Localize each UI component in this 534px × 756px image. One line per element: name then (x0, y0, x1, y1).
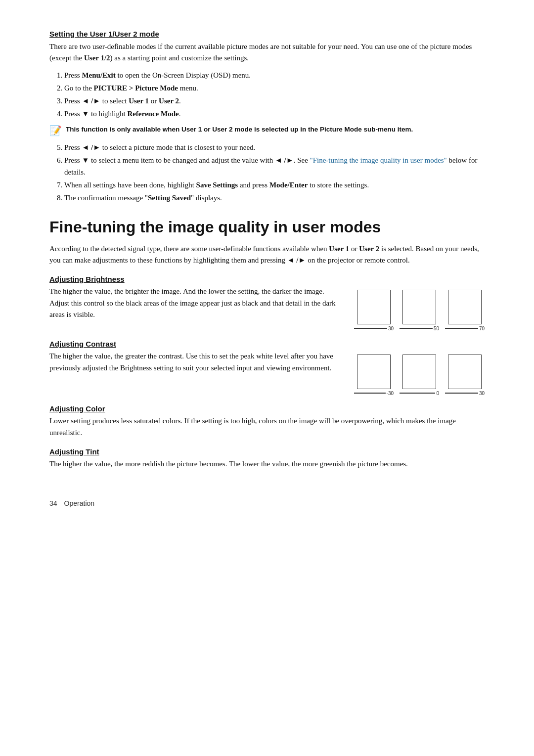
brightness-text-col: The higher the value, the brighter the i… (49, 286, 339, 325)
mode-enter-bold: Mode/Enter (269, 181, 308, 189)
user1-bold: User 1 (129, 97, 149, 105)
arrow-lr-bold-1: ◄ /► (82, 97, 100, 105)
setting-heading: Setting the User 1/User 2 mode (49, 30, 485, 38)
note-text: This function is only available when Use… (66, 125, 413, 134)
contrast-content: The higher the value, the greater the co… (49, 351, 485, 396)
brightness-section: Adjusting Brightness The higher the valu… (49, 275, 485, 331)
contrast-slider-3: 30 (445, 355, 485, 396)
contrast-slider-1: -30 (354, 355, 394, 396)
page-number: 34 (49, 499, 57, 507)
step-4: Press ▼ to highlight Reference Mode. (64, 108, 485, 120)
setting-intro: There are two user-definable modes if th… (49, 41, 485, 64)
fine-tuning-link: "Fine-tuning the image quality in user m… (310, 156, 447, 164)
user12-bold: User 1/2 (84, 54, 110, 62)
step-6: Press ▼ to select a menu item to be chan… (64, 154, 485, 178)
fine-tuning-heading: Fine-tuning the image quality in user mo… (49, 218, 485, 236)
brightness-line-3 (445, 328, 478, 329)
steps-list-1: Press Menu/Exit to open the On-Screen Di… (64, 69, 485, 120)
step-5: Press ◄ /► to select a picture mode that… (64, 141, 485, 153)
brightness-label-3: 70 (479, 326, 485, 331)
step-8: The confirmation message "Setting Saved"… (64, 192, 485, 204)
arrow-lr-bold-4: ◄ /► (287, 256, 306, 264)
save-settings-bold: Save Settings (196, 181, 238, 189)
step-1: Press Menu/Exit to open the On-Screen Di… (64, 69, 485, 81)
brightness-line-1 (354, 328, 387, 329)
contrast-track-2: 0 (400, 391, 439, 396)
step-2: Go to the PICTURE > Picture Mode menu. (64, 82, 485, 94)
tint-text: The higher the value, the more reddish t… (49, 458, 485, 470)
user2-bold: User 2 (159, 97, 179, 105)
brightness-slider-2: 50 (400, 290, 439, 331)
arrow-lr-bold-3: ◄ /► (275, 156, 294, 164)
brightness-label-2: 50 (434, 326, 439, 331)
brightness-line-2 (400, 328, 433, 329)
reference-mode-bold: Reference Mode (127, 110, 178, 118)
footer: 34 Operation (49, 499, 485, 507)
brightness-slider-1: 30 (354, 290, 394, 331)
brightness-track-1: 30 (354, 326, 394, 331)
contrast-label-3: 30 (479, 391, 485, 396)
brightness-sliders: 30 50 70 (354, 290, 485, 331)
steps-list-2: Press ◄ /► to select a picture mode that… (64, 141, 485, 204)
down-arrow-bold-1: ▼ (82, 110, 89, 118)
contrast-section: Adjusting Contrast The higher the value,… (49, 340, 485, 396)
contrast-line-2 (400, 393, 435, 394)
contrast-rect-1 (357, 355, 391, 389)
contrast-slider-2: 0 (400, 355, 439, 396)
brightness-slider-3: 70 (445, 290, 485, 331)
brightness-rect-3 (448, 290, 482, 324)
brightness-rect-1 (357, 290, 391, 324)
fine-tuning-intro: According to the detected signal type, t… (49, 243, 485, 267)
contrast-track-3: 30 (445, 391, 485, 396)
tint-heading: Adjusting Tint (49, 447, 485, 456)
contrast-text-col: The higher the value, the greater the co… (49, 351, 339, 379)
setting-section: Setting the User 1/User 2 mode There are… (49, 30, 485, 204)
picture-mode-bold: PICTURE > Picture Mode (94, 84, 178, 92)
color-section: Adjusting Color Lower setting produces l… (49, 404, 485, 439)
contrast-track-1: -30 (354, 391, 394, 396)
page-section-label: Operation (64, 499, 94, 507)
menu-exit-bold: Menu/Exit (82, 71, 115, 79)
brightness-track-3: 70 (445, 326, 485, 331)
tint-section: Adjusting Tint The higher the value, the… (49, 447, 485, 470)
brightness-track-2: 50 (400, 326, 439, 331)
contrast-label-1: -30 (387, 391, 394, 396)
brightness-img-col: 30 50 70 (354, 290, 485, 331)
down-arrow-bold-2: ▼ (82, 156, 89, 164)
color-text: Lower setting produces less saturated co… (49, 415, 485, 439)
contrast-heading: Adjusting Contrast (49, 340, 485, 348)
user1-bold-2: User 1 (329, 245, 349, 253)
contrast-line-3 (445, 393, 478, 394)
contrast-img-col: -30 0 30 (354, 355, 485, 396)
brightness-rect-2 (402, 290, 436, 324)
contrast-text: The higher the value, the greater the co… (49, 351, 339, 374)
contrast-line-1 (354, 393, 386, 394)
contrast-rect-2 (402, 355, 436, 389)
color-heading: Adjusting Color (49, 404, 485, 413)
note-box: 📝 This function is only available when U… (49, 125, 485, 136)
note-icon: 📝 (49, 125, 62, 136)
brightness-text: The higher the value, the brighter the i… (49, 286, 339, 320)
contrast-sliders: -30 0 30 (354, 355, 485, 396)
arrow-lr-bold-2: ◄ /► (82, 143, 100, 151)
user2-bold-2: User 2 (359, 245, 379, 253)
contrast-rect-3 (448, 355, 482, 389)
brightness-heading: Adjusting Brightness (49, 275, 485, 283)
setting-saved-bold: Setting Saved (148, 194, 191, 202)
contrast-label-2: 0 (436, 391, 439, 396)
step-3: Press ◄ /► to select User 1 or User 2. (64, 95, 485, 107)
brightness-label-1: 30 (388, 326, 394, 331)
brightness-content: The higher the value, the brighter the i… (49, 286, 485, 331)
step-7: When all settings have been done, highli… (64, 179, 485, 191)
